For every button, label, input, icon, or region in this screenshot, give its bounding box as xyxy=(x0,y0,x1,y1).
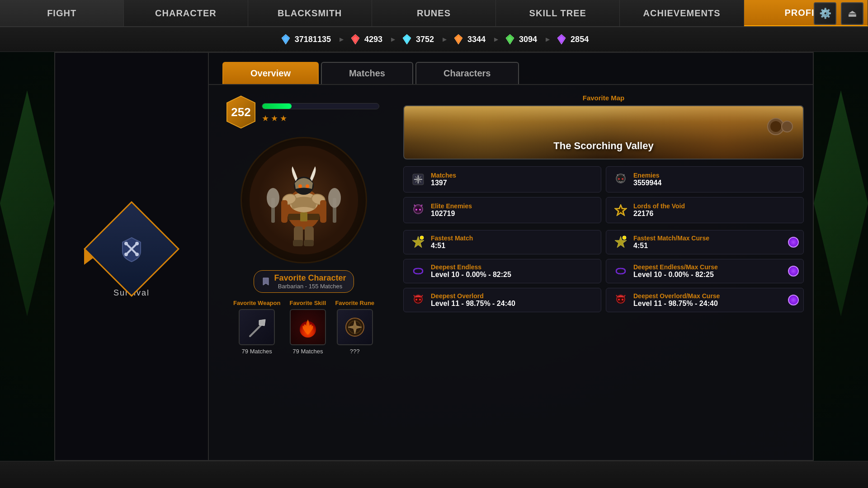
svg-rect-21 xyxy=(300,212,307,221)
svg-line-72 xyxy=(421,295,423,297)
favorite-skill-label: Favorite Skill xyxy=(289,300,326,306)
stat-elite-enemies: Elite Enemies 102719 xyxy=(403,197,601,223)
deepest-overlord-icon xyxy=(410,292,426,308)
favorite-skill: Favorite Skill xyxy=(289,300,326,355)
bookmark-icon xyxy=(261,277,270,286)
nav-tab-fight[interactable]: Fight xyxy=(0,0,124,26)
profile-tabs: Overview Matches Characters xyxy=(209,53,813,85)
profile-tab-characters[interactable]: Characters xyxy=(415,62,519,84)
stat-elite-label: Elite Enemies xyxy=(431,202,472,210)
svg-point-57 xyxy=(622,178,623,180)
svg-line-71 xyxy=(414,295,415,297)
green-gem-icon xyxy=(504,33,516,46)
nav-tab-blacksmith[interactable]: Blacksmith xyxy=(248,0,372,26)
stat-lords-label: Lords of the Void xyxy=(633,202,685,210)
level-row: 252 ★ ★ ★ xyxy=(218,94,390,130)
fastest-match-value: 4:51 xyxy=(431,242,473,250)
deepest-endless-curse-value: Level 10 - 0.00% - 82:25 xyxy=(633,271,718,279)
character-display xyxy=(241,137,367,263)
badge-diamond xyxy=(84,201,179,297)
stat-matches-label: Matches xyxy=(431,172,456,179)
stat-fastest-match-curse: Fastest Match/Max Curse 4:51 xyxy=(606,230,804,254)
level-stars: ★ ★ ★ xyxy=(262,113,379,123)
stat-deepest-endless-curse: Deepest Endless/Max Curse Level 10 - 0.0… xyxy=(606,259,804,283)
favorite-skill-icon xyxy=(290,309,326,345)
svg-rect-28 xyxy=(281,200,288,223)
star-1: ★ xyxy=(262,113,269,123)
nav-tab-skill-tree[interactable]: Skill Tree xyxy=(496,0,620,26)
fastest-match-curse-value: 4:51 xyxy=(633,242,709,250)
purple-gem-badge-3 xyxy=(788,295,799,305)
stat-enemies: Enemies 3559944 xyxy=(606,166,804,192)
fastest-match-curse-info: Fastest Match/Max Curse 4:51 xyxy=(633,235,709,250)
stat-matches: Matches 1397 xyxy=(403,166,601,192)
settings-button[interactable]: ⚙️ xyxy=(814,2,836,25)
deepest-endless-value: Level 10 - 0.00% - 82:25 xyxy=(431,271,511,279)
level-badge: 252 xyxy=(225,94,257,130)
stat-lords-value: 22176 xyxy=(633,210,685,218)
profile-tab-matches[interactable]: Matches xyxy=(321,62,413,84)
stat-lords: Lords of the Void 22176 xyxy=(606,197,804,223)
svg-line-76 xyxy=(616,295,618,297)
deepest-overlord-value: Level 11 - 98.75% - 24:40 xyxy=(431,300,515,308)
blue-gem-value: 37181135 xyxy=(295,35,331,44)
resource-cyan-gem: 3752 xyxy=(392,33,443,46)
star-3: ★ xyxy=(280,113,287,123)
enemies-icon xyxy=(613,171,629,188)
deepest-endless-curse-icon xyxy=(613,263,629,279)
favorite-rune: Favorite Rune ??? xyxy=(335,300,374,355)
profile-body: 252 ★ ★ ★ xyxy=(209,85,813,460)
svg-point-39 xyxy=(306,184,309,188)
svg-point-33 xyxy=(328,188,341,208)
xp-bar-fill xyxy=(262,103,292,109)
purple-gem-badge-2 xyxy=(788,266,799,277)
svg-point-79 xyxy=(622,299,623,300)
lords-icon xyxy=(613,202,629,218)
xp-stars-col: ★ ★ ★ xyxy=(262,101,379,123)
svg-rect-36 xyxy=(293,240,303,246)
deepest-endless-icon xyxy=(410,263,426,279)
level-number: 252 xyxy=(225,94,257,130)
favorite-weapon-label: Favorite Weapon xyxy=(233,300,281,306)
favorite-skill-count: 79 Matches xyxy=(292,348,323,355)
axe-icon xyxy=(245,316,268,338)
stat-lords-info: Lords of the Void 22176 xyxy=(633,202,685,218)
favorite-items-row: Favorite Weapon 79 Matches Favorite Skil… xyxy=(218,300,390,355)
profile-tab-overview[interactable]: Overview xyxy=(222,62,319,84)
red-gem-icon xyxy=(349,33,362,46)
nav-tab-achievements[interactable]: Achievements xyxy=(620,0,744,26)
xp-bar-container xyxy=(262,103,379,109)
resource-orange-gem: 3344 xyxy=(443,33,495,46)
svg-point-69 xyxy=(623,236,626,239)
deepest-endless-curse-label: Deepest Endless/Max Curse xyxy=(633,263,718,271)
barbarian-character-svg xyxy=(259,150,349,250)
star-2: ★ xyxy=(271,113,278,123)
deepest-overlord-curse-label: Deepest Overlord/Max Curse xyxy=(633,292,720,300)
svg-line-60 xyxy=(414,205,415,206)
svg-point-74 xyxy=(419,299,421,300)
favorite-rune-label: Favorite Rune xyxy=(335,300,374,306)
nav-tab-character[interactable]: Character xyxy=(124,0,248,26)
deepest-endless-label: Deepest Endless xyxy=(431,263,511,271)
logout-button[interactable]: ⏏ xyxy=(841,2,863,25)
map-preview: The Scorching Valley xyxy=(403,105,804,160)
svg-point-45 xyxy=(770,121,781,132)
stat-deepest-endless: Deepest Endless Level 10 - 0.00% - 82:25 xyxy=(403,259,601,283)
matches-icon xyxy=(410,171,426,188)
elite-enemies-icon xyxy=(410,202,426,218)
favorite-weapon-count: 79 Matches xyxy=(242,348,272,355)
fastest-match-curse-icon xyxy=(613,234,629,250)
orange-gem-value: 3344 xyxy=(467,35,486,44)
main-content: Survival Overview Matches Characters xyxy=(54,52,814,461)
nav-tab-runes[interactable]: Runes xyxy=(372,0,496,26)
svg-point-67 xyxy=(420,236,424,239)
purple-gem-value: 2854 xyxy=(571,35,589,44)
sidebar-badge: Survival xyxy=(95,221,168,293)
stat-elite-info: Elite Enemies 102719 xyxy=(431,202,472,218)
svg-rect-37 xyxy=(304,240,314,246)
stats-grid: Matches 1397 xyxy=(403,166,804,223)
top-navigation: Fight Character Blacksmith Runes Skill T… xyxy=(0,0,868,27)
character-section: 252 ★ ★ ★ xyxy=(218,94,390,451)
svg-point-38 xyxy=(298,184,302,188)
svg-point-78 xyxy=(618,299,620,300)
